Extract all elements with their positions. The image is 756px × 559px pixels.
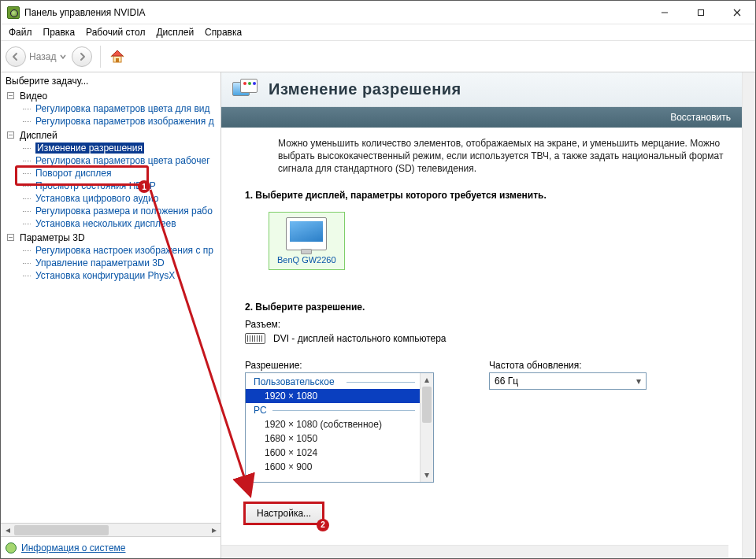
page-header-top: Изменение разрешения	[221, 72, 742, 107]
content-vertical-scrollbar[interactable]	[742, 72, 755, 558]
tree-item-change-resolution[interactable]: Изменение разрешения	[18, 142, 220, 154]
page-title: Изменение разрешения	[269, 80, 461, 98]
minimize-button[interactable]	[647, 1, 683, 24]
tree-item-3d-manage[interactable]: Управление параметрами 3D	[18, 257, 220, 269]
toolbar: Назад	[1, 41, 755, 72]
content-inner: Изменение разрешения Восстановить Можно …	[221, 72, 742, 558]
refresh-value: 66 Гц	[495, 376, 518, 387]
maximize-button[interactable]	[683, 1, 719, 24]
content: Изменение разрешения Восстановить Можно …	[221, 72, 755, 558]
menubar: Файл Правка Рабочий стол Дисплей Справка	[1, 24, 755, 41]
step2-title: 2. Выберите разрешение.	[245, 302, 742, 313]
svg-rect-2	[116, 58, 119, 62]
tree-label-display[interactable]: Дисплей	[18, 129, 59, 142]
tree-node-3d: – Параметры 3D Регулировка настроек изоб…	[7, 231, 220, 282]
info-icon	[6, 542, 17, 553]
menu-display[interactable]: Дисплей	[151, 25, 198, 39]
system-info-link[interactable]: Информация о системе	[21, 542, 125, 553]
resolution-listbox[interactable]: Пользовательское 1920 × 1080 PC 1920 × 1…	[245, 372, 434, 483]
refresh-combobox[interactable]: 66 Гц ▾	[489, 372, 647, 390]
listbox-scrollbar[interactable]: ▴ ▾	[420, 373, 433, 482]
page-description: Можно уменьшить количество элементов, от…	[221, 134, 742, 185]
scroll-track[interactable]	[14, 524, 207, 537]
menu-help[interactable]: Справка	[200, 25, 246, 39]
close-button[interactable]	[719, 1, 755, 24]
svg-rect-0	[699, 9, 704, 15]
listbox-group-custom: Пользовательское	[246, 375, 420, 389]
menu-desktop[interactable]: Рабочий стол	[81, 25, 150, 39]
scroll-right-icon[interactable]: ▸	[207, 524, 220, 537]
nav-header: Выберите задачу...	[1, 72, 220, 90]
listbox-scroll-thumb[interactable]	[422, 387, 432, 423]
restore-link[interactable]: Восстановить	[670, 112, 731, 123]
display-name: BenQ GW2260	[277, 255, 336, 265]
tree-item-3d-image[interactable]: Регулировка настроек изображения с пр	[18, 244, 220, 257]
listbox-item-custom-1920[interactable]: 1920 × 1080	[246, 389, 420, 403]
connector-label: Разъем:	[245, 319, 742, 330]
tree-label-3d[interactable]: Параметры 3D	[18, 231, 87, 244]
tree-item-size-position[interactable]: Регулировка размера и положения рабо	[18, 205, 220, 217]
body: Выберите задачу... – Видео Регулировка п…	[1, 72, 755, 558]
connector-value: DVI - дисплей настольного компьютера	[273, 333, 447, 344]
back-icon	[6, 46, 26, 67]
tree-toggle-3d[interactable]: –	[7, 234, 14, 241]
listbox-item-pc-1[interactable]: 1680 × 1050	[246, 431, 420, 446]
tree-toggle-video[interactable]: –	[7, 92, 14, 99]
nvidia-app-icon	[7, 6, 20, 19]
listbox-item-pc-0[interactable]: 1920 × 1080 (собственное)	[246, 417, 420, 431]
back-group[interactable]: Назад	[6, 46, 67, 67]
nav-horizontal-scrollbar[interactable]: ◂ ▸	[1, 523, 220, 536]
customize-button[interactable]: Настройка...	[245, 503, 323, 524]
tree-item-rotate[interactable]: Поворот дисплея	[18, 167, 220, 180]
display-tile[interactable]: BenQ GW2260	[269, 212, 345, 270]
page-header-bottom: Восстановить	[221, 107, 742, 128]
scroll-down-icon[interactable]: ▾	[421, 468, 433, 482]
nav-footer: Информация о системе	[1, 536, 220, 558]
listbox-item-pc-2[interactable]: 1600 × 1024	[246, 446, 420, 460]
listbox-inner: Пользовательское 1920 × 1080 PC 1920 × 1…	[246, 373, 420, 482]
listbox-item-pc-3[interactable]: 1600 × 900	[246, 460, 420, 474]
window-controls	[647, 1, 755, 24]
refresh-col: Частота обновления: 66 Гц ▾	[489, 355, 647, 390]
home-button[interactable]	[109, 48, 126, 65]
menu-file[interactable]: Файл	[4, 25, 37, 39]
scroll-left-icon[interactable]: ◂	[1, 524, 14, 537]
toolbar-separator	[100, 46, 101, 68]
tree-item-desktop-color[interactable]: Регулировка параметров цвета рабочег	[18, 154, 220, 167]
window-title: Панель управления NVIDIA	[24, 7, 647, 18]
monitor-icon	[286, 217, 327, 250]
scroll-thumb[interactable]	[14, 525, 109, 535]
resolution-col: Разрешение: Пользовательское 1920 × 1080…	[245, 355, 434, 483]
step1-title: 1. Выберите дисплей, параметры которого …	[245, 190, 742, 201]
dvi-icon	[245, 333, 265, 344]
tree-label-video[interactable]: Видео	[18, 90, 49, 102]
forward-button[interactable]	[72, 46, 92, 67]
back-label: Назад	[29, 51, 56, 62]
tree-item-digital-audio[interactable]: Установка цифрового аудио	[18, 192, 220, 205]
listbox-group-pc: PC	[246, 403, 420, 417]
tree-node-display: – Дисплей Изменение разрешения Регулиров…	[7, 129, 220, 230]
resolution-row: Разрешение: Пользовательское 1920 × 1080…	[245, 355, 742, 483]
tree-item-physx[interactable]: Установка конфигурации PhysX	[18, 269, 220, 282]
back-dropdown-icon[interactable]	[59, 53, 67, 61]
menu-edit[interactable]: Правка	[39, 25, 80, 39]
task-tree: – Видео Регулировка параметров цвета для…	[1, 90, 220, 523]
refresh-label: Частота обновления:	[489, 360, 647, 371]
tree-item-video-image[interactable]: Регулировка параметров изображения д	[18, 115, 220, 128]
app-window: Панель управления NVIDIA Файл Правка Раб…	[0, 0, 756, 559]
tree-item-multi-display[interactable]: Установка нескольких дисплеев	[18, 217, 220, 230]
tree-item-hdcp[interactable]: Просмотр состояния HDCP	[18, 180, 220, 192]
content-horizontal-scrollbar[interactable]	[221, 545, 728, 558]
titlebar: Панель управления NVIDIA	[1, 1, 755, 24]
section-step2: 2. Выберите разрешение. Разъем: DVI - ди…	[221, 297, 742, 524]
resolution-label: Разрешение:	[245, 360, 434, 371]
resolution-icon	[232, 79, 259, 101]
tree-toggle-display[interactable]: –	[7, 131, 14, 139]
chevron-down-icon: ▾	[636, 376, 641, 387]
section-step1: 1. Выберите дисплей, параметры которого …	[221, 185, 742, 270]
connector-row: DVI - дисплей настольного компьютера	[245, 333, 742, 344]
page-header: Изменение разрешения Восстановить	[221, 72, 742, 128]
scroll-up-icon[interactable]: ▴	[421, 373, 433, 387]
task-nav: Выберите задачу... – Видео Регулировка п…	[1, 72, 221, 558]
tree-item-video-color[interactable]: Регулировка параметров цвета для вид	[18, 102, 220, 115]
